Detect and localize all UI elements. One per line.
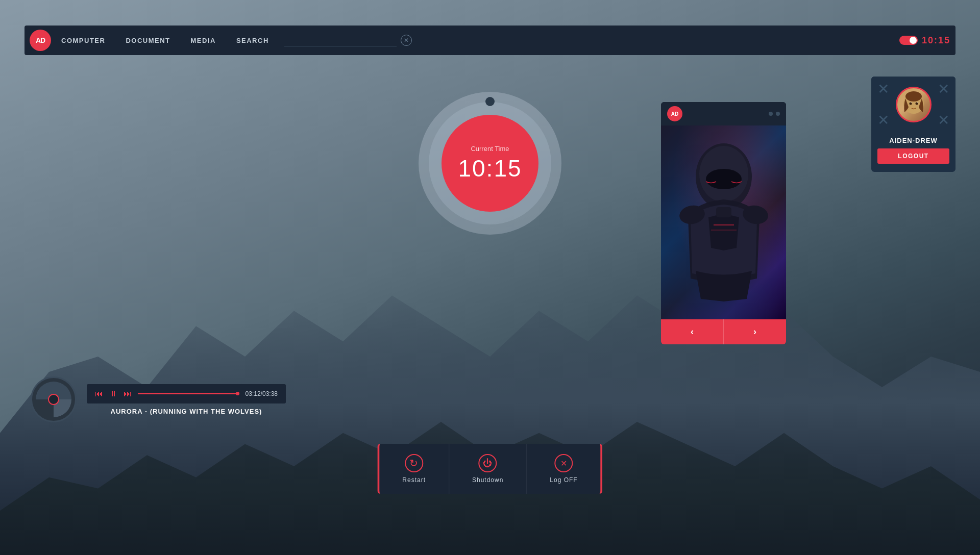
x-mark-tr: ✕	[938, 81, 949, 97]
figure-svg	[678, 136, 770, 309]
shutdown-icon: ⏻	[479, 454, 497, 472]
controls-bar: ⏮ ⏸ ⏭ 03:12/03:38	[87, 384, 286, 403]
clock-face: Current Time 10:15	[442, 115, 538, 212]
topbar: AD COMPUTER DOCUMENT MEDIA SEARCH ✕ 10:1…	[24, 26, 955, 55]
x-mark-br: ✕	[938, 112, 949, 129]
album-art	[31, 376, 77, 422]
viewer-dot-2	[776, 112, 780, 116]
image-viewer: AD	[661, 102, 786, 344]
logo-button[interactable]: AD	[30, 30, 51, 51]
viewer-image-content	[661, 125, 786, 319]
nav-document[interactable]: DOCUMENT	[126, 37, 170, 44]
avatar-svg	[898, 89, 929, 120]
power-buttons: ↻ Restart ⏻ Shutdown ✕ Log OFF	[379, 444, 600, 494]
forward-button[interactable]: ⏭	[124, 389, 132, 398]
track-time: 03:12/03:38	[246, 390, 278, 397]
media-player: ⏮ ⏸ ⏭ 03:12/03:38 AURORA - (RUNNING WITH…	[31, 376, 286, 422]
clock-inner-ring: Current Time 10:15	[429, 102, 551, 224]
svg-point-11	[917, 102, 918, 103]
logoff-label: Log OFF	[550, 476, 577, 484]
nav-menu: COMPUTER DOCUMENT MEDIA SEARCH	[61, 37, 269, 44]
logoff-icon: ✕	[555, 454, 573, 472]
user-card: ✕ ✕ ✕ ✕ AIDEN-DREW LOGOUT	[871, 77, 955, 172]
restart-button[interactable]: ↻ Restart	[379, 444, 449, 494]
svg-point-2	[706, 169, 742, 189]
search-area: ✕	[284, 34, 899, 46]
x-mark-bl: ✕	[877, 112, 889, 129]
user-name: AIDEN-DREW	[871, 133, 955, 148]
user-card-header: ✕ ✕ ✕ ✕	[871, 77, 955, 133]
viewer-header: AD	[661, 102, 786, 125]
viewer-nav: ‹ ›	[661, 319, 786, 344]
progress-bar[interactable]	[138, 393, 239, 394]
album-art-inner	[36, 382, 71, 417]
clock-outer-ring: Current Time 10:15	[419, 92, 561, 235]
time-display-area: 10:15	[899, 35, 950, 46]
viewer-prev-button[interactable]: ‹	[661, 319, 724, 344]
shutdown-button[interactable]: ⏻ Shutdown	[449, 444, 527, 494]
restart-icon: ↻	[405, 454, 423, 472]
viewer-dots	[769, 112, 780, 116]
clock-time: 10:15	[458, 155, 522, 182]
svg-point-7	[905, 91, 922, 102]
clock-widget: Current Time 10:15	[419, 92, 561, 235]
nav-media[interactable]: MEDIA	[191, 37, 216, 44]
user-avatar	[896, 87, 932, 122]
power-panel: ↻ Restart ⏻ Shutdown ✕ Log OFF	[377, 444, 602, 494]
search-input[interactable]	[284, 34, 397, 46]
logout-button[interactable]: LOGOUT	[877, 148, 949, 164]
time-toggle[interactable]	[899, 36, 918, 45]
rewind-button[interactable]: ⏮	[95, 389, 103, 398]
pause-button[interactable]: ⏸	[109, 389, 117, 398]
clock-label: Current Time	[471, 145, 509, 153]
viewer-logo: AD	[667, 106, 682, 121]
shutdown-label: Shutdown	[472, 476, 503, 484]
album-center	[48, 394, 59, 405]
player-controls: ⏮ ⏸ ⏭ 03:12/03:38 AURORA - (RUNNING WITH…	[87, 384, 286, 415]
viewer-dot-1	[769, 112, 773, 116]
nav-computer[interactable]: COMPUTER	[61, 37, 105, 44]
track-name: AURORA - (RUNNING WITH THE WOLVES)	[87, 408, 286, 415]
viewer-next-button[interactable]: ›	[724, 319, 786, 344]
x-mark-tl: ✕	[877, 81, 889, 97]
search-clear-button[interactable]: ✕	[401, 35, 412, 46]
viewer-image	[661, 125, 786, 319]
svg-point-10	[911, 102, 912, 103]
logo-text: AD	[36, 36, 45, 44]
nav-search[interactable]: SEARCH	[236, 37, 269, 44]
topbar-time: 10:15	[922, 35, 950, 46]
svg-rect-3	[716, 207, 731, 217]
restart-label: Restart	[402, 476, 426, 484]
logoff-button[interactable]: ✕ Log OFF	[527, 444, 600, 494]
clock-dot	[485, 97, 495, 106]
